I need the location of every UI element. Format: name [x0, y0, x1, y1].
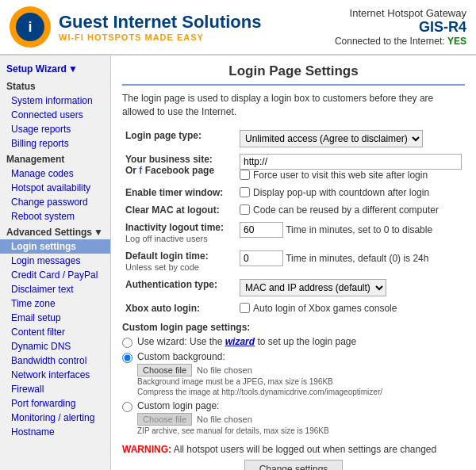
facebook-label: Or f Facebook page: [125, 165, 214, 176]
sidebar-item-port-forwarding[interactable]: Port forwarding: [0, 396, 110, 411]
login-page-type-label: Login page type:: [122, 127, 236, 151]
sidebar-item-usage-reports[interactable]: Usage reports: [0, 122, 110, 136]
clear-mac-checkbox[interactable]: [240, 204, 250, 215]
custom-bg-content: Custom background: Choose file No file c…: [137, 351, 465, 397]
custom-login-radio[interactable]: [122, 402, 132, 412]
sidebar-item-login-messages[interactable]: Login messages: [0, 254, 110, 268]
login-page-type-row: Login page type: Unlimited access (Agree…: [122, 127, 465, 151]
use-wizard-row: Use wizard: Use the wizard to set up the…: [122, 336, 465, 348]
custom-bg-radio[interactable]: [122, 353, 132, 363]
sidebar-section-management: Management: [0, 151, 110, 166]
sidebar-item-credit-card-paypal[interactable]: Credit Card / PayPal: [0, 268, 110, 282]
business-site-control: Force user to visit this web site after …: [236, 151, 465, 184]
sidebar-item-reboot-system[interactable]: Reboot system: [0, 209, 110, 224]
enable-timer-desc: Display pop-up with countdown after logi…: [253, 187, 429, 198]
enable-timer-row: Enable timer window: Display pop-up with…: [122, 184, 465, 201]
sidebar-item-dynamic-dns[interactable]: Dynamic DNS: [0, 339, 110, 353]
custom-login-content: Custom login page: Choose file No file c…: [137, 400, 465, 436]
inactivity-logout-row: Inactivity logout time: Log off inactive…: [122, 219, 465, 247]
sidebar-item-time-zone[interactable]: Time zone: [0, 296, 110, 311]
custom-login-choose-file-button[interactable]: Choose file: [137, 413, 192, 426]
sidebar-item-monitoring-alerting[interactable]: Monitoring / alerting: [0, 411, 110, 425]
sidebar-item-system-information[interactable]: System information: [0, 94, 110, 108]
sidebar-item-firewall[interactable]: Firewall: [0, 382, 110, 396]
xbox-control: Auto login of Xbox games console: [236, 300, 465, 317]
sidebar-item-disclaimer-text[interactable]: Disclaimer text: [0, 282, 110, 296]
custom-login-label: Custom login page:: [137, 400, 219, 411]
default-login-desc: Time in minutes, default (0) is 24h: [286, 253, 428, 264]
force-visit-label: Force user to visit this web site after …: [253, 170, 428, 181]
login-page-type-select[interactable]: Unlimited access (Agree to disclaimer) T…: [240, 130, 423, 147]
inactivity-logout-label: Inactivity logout time: Log off inactive…: [122, 219, 236, 247]
sidebar-item-content-filter[interactable]: Content filter: [0, 325, 110, 339]
facebook-icon: f: [139, 165, 144, 176]
auth-type-label: Authentication type:: [122, 276, 236, 300]
inactivity-input[interactable]: [240, 222, 283, 238]
clear-mac-checkbox-row: Code can be reused by a different comput…: [240, 204, 462, 216]
custom-bg-note1: Background image must be a JPEG, max siz…: [137, 376, 465, 387]
xbox-row: Xbox auto login: Auto login of Xbox game…: [122, 300, 465, 317]
enable-timer-checkbox-row: Display pop-up with countdown after logi…: [240, 187, 462, 198]
change-settings-button[interactable]: Change settings: [244, 460, 344, 470]
force-visit-checkbox[interactable]: [240, 170, 250, 180]
auth-type-select[interactable]: MAC and IP address (default) IP address …: [240, 279, 386, 296]
enable-timer-label: Enable timer window:: [122, 184, 236, 201]
sidebar-item-bandwidth-control[interactable]: Bandwidth control: [0, 353, 110, 368]
connection-status: Connected to the Internet: YES: [335, 36, 466, 47]
sidebar-item-hotspot-availability[interactable]: Hotspot availability: [0, 181, 110, 195]
clear-mac-desc: Code can be reused by a different comput…: [253, 204, 439, 216]
force-visit-row: Force user to visit this web site after …: [240, 170, 462, 181]
sidebar-item-billing-reports[interactable]: Billing reports: [0, 136, 110, 151]
use-wizard-label: Use wizard:: [137, 336, 187, 347]
inactivity-desc: Time in minutes, set to 0 to disable: [286, 224, 432, 235]
tagline: WI-FI HOTSPOTS MADE EASY: [59, 32, 261, 42]
page-title: Login Page Settings: [122, 63, 465, 86]
sidebar-item-setup-wizard[interactable]: Setup Wizard ▼: [0, 60, 110, 78]
sidebar-item-connected-users[interactable]: Connected users: [0, 108, 110, 122]
logo-text-area: Guest Internet Solutions WI-FI HOTSPOTS …: [59, 12, 261, 42]
logo-icon: i: [10, 6, 51, 48]
connected-value: YES: [447, 36, 466, 47]
clear-mac-label: Clear MAC at logout:: [122, 201, 236, 219]
main-content: Login Page Settings The login page is us…: [111, 55, 476, 470]
auth-type-row: Authentication type: MAC and IP address …: [122, 276, 465, 300]
auth-type-control: MAC and IP address (default) IP address …: [236, 276, 465, 300]
xbox-checkbox[interactable]: [240, 303, 250, 313]
page-description: The login page is used to display a logi…: [122, 92, 465, 119]
use-wizard-content: Use wizard: Use the wizard to set up the…: [137, 336, 465, 347]
sidebar-item-network-interfaces[interactable]: Network interfaces: [0, 368, 110, 382]
default-login-input[interactable]: [240, 250, 283, 266]
clear-mac-control: Code can be reused by a different comput…: [236, 201, 465, 219]
business-site-label: Your business site: Or f Facebook page: [122, 151, 236, 184]
xbox-label: Xbox auto login:: [122, 300, 236, 317]
custom-bg-label: Custom background:: [137, 351, 225, 362]
sidebar-item-hostname[interactable]: Hostname: [0, 425, 110, 439]
sidebar-item-manage-codes[interactable]: Manage codes: [0, 166, 110, 181]
sidebar-item-login-settings[interactable]: Login settings: [0, 239, 110, 254]
settings-form: Login page type: Unlimited access (Agree…: [122, 127, 465, 317]
change-settings-container: Change settings: [122, 460, 465, 470]
xbox-desc: Auto login of Xbox games console: [253, 303, 397, 314]
warning-text: All hotspot users will be logged out whe…: [174, 444, 437, 455]
connected-label: Connected to the Internet:: [335, 36, 445, 47]
sidebar-item-email-setup[interactable]: Email setup: [0, 311, 110, 325]
header-right: Internet Hotspot Gateway GIS-R4 Connecte…: [335, 7, 466, 47]
inactivity-logout-sub: Log off inactive users: [125, 234, 208, 243]
sidebar-section-advanced: Advanced Settings ▼: [0, 224, 110, 239]
custom-bg-row: Custom background: Choose file No file c…: [122, 351, 465, 397]
logo-area: i Guest Internet Solutions WI-FI HOTSPOT…: [10, 6, 261, 48]
custom-login-no-file: No file chosen: [197, 415, 252, 424]
login-page-type-control: Unlimited access (Agree to disclaimer) T…: [236, 127, 465, 151]
enable-timer-checkbox[interactable]: [240, 187, 250, 197]
wizard-link[interactable]: wizard: [225, 336, 255, 347]
use-wizard-text2: to set up the login page: [257, 336, 356, 347]
sidebar-item-change-password[interactable]: Change password: [0, 195, 110, 209]
custom-bg-choose-file-button[interactable]: Choose file: [137, 364, 192, 376]
main-container: Setup Wizard ▼ Status System information…: [0, 55, 476, 470]
custom-bg-file-row: Choose file No file chosen: [137, 364, 465, 376]
header: i Guest Internet Solutions WI-FI HOTSPOT…: [0, 0, 476, 55]
use-wizard-radio[interactable]: [122, 338, 132, 348]
custom-bg-no-file: No file chosen: [197, 365, 252, 375]
business-site-input[interactable]: [240, 154, 462, 170]
warning-row: WARNING: All hotspot users will be logge…: [122, 444, 465, 455]
